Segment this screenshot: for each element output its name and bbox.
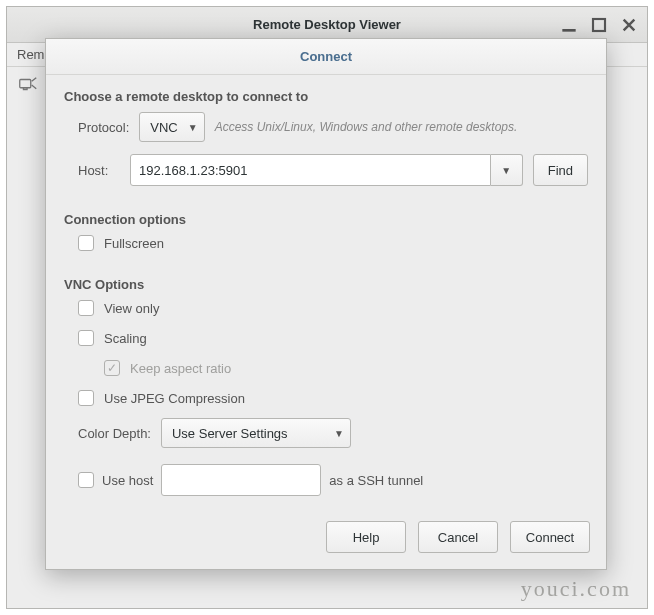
host-label: Host:	[78, 163, 120, 178]
scaling-row: Scaling	[78, 330, 588, 346]
svg-rect-2	[20, 80, 31, 88]
scaling-label: Scaling	[104, 331, 147, 346]
view-only-checkbox[interactable]	[78, 300, 94, 316]
jpeg-row: Use JPEG Compression	[78, 390, 588, 406]
help-button[interactable]: Help	[326, 521, 406, 553]
window-title: Remote Desktop Viewer	[15, 17, 639, 32]
ssh-row: Use host as a SSH tunnel	[78, 464, 588, 496]
protocol-hint: Access Unix/Linux, Windows and other rem…	[215, 120, 518, 134]
protocol-label: Protocol:	[78, 120, 129, 135]
fullscreen-row: Fullscreen	[78, 235, 588, 251]
minimize-button[interactable]	[561, 17, 577, 33]
keep-aspect-row: Keep aspect ratio	[104, 360, 588, 376]
color-depth-value: Use Server Settings	[172, 426, 288, 441]
ssh-use-host-label: Use host	[102, 473, 153, 488]
ssh-use-host-checkbox[interactable]	[78, 472, 94, 488]
dialog-title: Connect	[46, 39, 606, 75]
fullscreen-checkbox[interactable]	[78, 235, 94, 251]
connect-toolbutton-icon[interactable]	[17, 74, 39, 96]
heading-choose-remote: Choose a remote desktop to connect to	[64, 89, 588, 104]
heading-vnc-options: VNC Options	[64, 277, 588, 292]
host-input-group: ▼	[130, 154, 523, 186]
view-only-row: View only	[78, 300, 588, 316]
color-depth-label: Color Depth:	[78, 426, 151, 441]
scaling-checkbox[interactable]	[78, 330, 94, 346]
ssh-suffix-label: as a SSH tunnel	[329, 473, 423, 488]
color-depth-row: Color Depth: Use Server Settings ▼	[78, 418, 588, 448]
host-row: Host: ▼ Find	[78, 154, 588, 186]
window-controls	[561, 17, 637, 33]
chevron-down-icon: ▼	[501, 165, 511, 176]
svg-rect-0	[562, 29, 575, 32]
dialog-actions: Help Cancel Connect	[46, 511, 606, 569]
connect-button[interactable]: Connect	[510, 521, 590, 553]
keep-aspect-label: Keep aspect ratio	[130, 361, 231, 376]
protocol-value: VNC	[150, 120, 177, 135]
watermark: youci.com	[521, 576, 631, 602]
view-only-label: View only	[104, 301, 159, 316]
maximize-button[interactable]	[591, 17, 607, 33]
close-button[interactable]	[621, 17, 637, 33]
connect-dialog: Connect Choose a remote desktop to conne…	[45, 38, 607, 570]
host-dropdown-button[interactable]: ▼	[491, 154, 523, 186]
chevron-down-icon: ▼	[334, 428, 344, 439]
find-button[interactable]: Find	[533, 154, 588, 186]
heading-connection-options: Connection options	[64, 212, 588, 227]
host-input[interactable]	[130, 154, 491, 186]
jpeg-checkbox[interactable]	[78, 390, 94, 406]
jpeg-label: Use JPEG Compression	[104, 391, 245, 406]
dialog-body: Choose a remote desktop to connect to Pr…	[46, 75, 606, 511]
color-depth-combo[interactable]: Use Server Settings ▼	[161, 418, 351, 448]
svg-rect-3	[23, 88, 27, 90]
protocol-combo[interactable]: VNC ▼	[139, 112, 204, 142]
cancel-button[interactable]: Cancel	[418, 521, 498, 553]
fullscreen-label: Fullscreen	[104, 236, 164, 251]
protocol-row: Protocol: VNC ▼ Access Unix/Linux, Windo…	[78, 112, 588, 142]
ssh-host-input[interactable]	[161, 464, 321, 496]
svg-rect-1	[593, 19, 605, 31]
chevron-down-icon: ▼	[188, 122, 198, 133]
keep-aspect-checkbox	[104, 360, 120, 376]
